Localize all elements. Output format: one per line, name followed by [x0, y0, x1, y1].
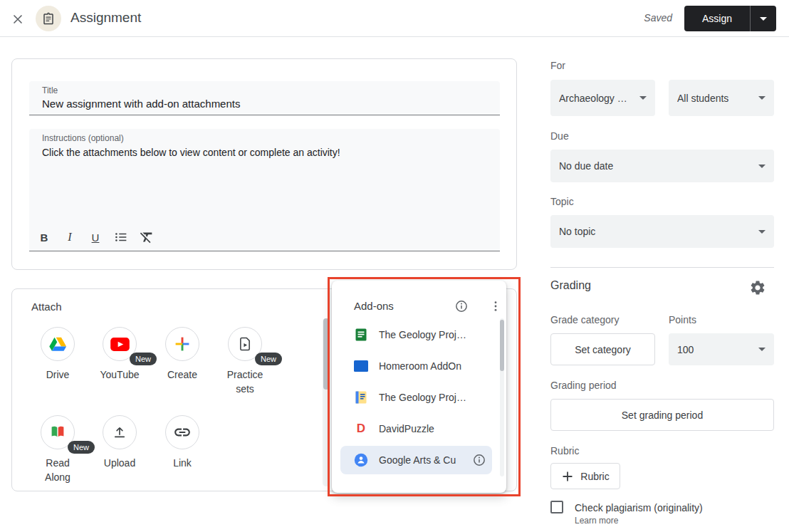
add-rubric-button[interactable]: Rubric	[550, 463, 620, 489]
geology-notebook-icon	[354, 391, 368, 404]
set-category-button[interactable]: Set category	[550, 333, 655, 365]
create-button[interactable]	[165, 327, 199, 361]
assignment-type-badge	[36, 6, 61, 31]
instructions-field[interactable]: Instructions (optional) Click the attach…	[29, 129, 500, 251]
read-along-button[interactable]: New	[41, 415, 75, 449]
drive-icon	[48, 335, 67, 353]
topic-label: Topic	[550, 196, 574, 207]
create-icon	[174, 335, 191, 353]
clear-formatting-icon	[139, 229, 155, 245]
drive-button[interactable]	[41, 327, 75, 361]
read-along-icon	[49, 424, 66, 441]
attach-option-read-along: New Read Along	[26, 415, 89, 484]
attach-option-label: Drive	[32, 367, 83, 382]
assignment-details-card: Title New assignment with add-on attachm…	[11, 58, 517, 270]
italic-button[interactable]: I	[58, 226, 81, 249]
attach-option-link: Link	[151, 415, 214, 470]
addon-label: Google Arts & Cu	[379, 454, 456, 466]
upload-icon	[112, 424, 127, 440]
addon-item-geology-2[interactable]: The Geology Proj…	[332, 382, 506, 413]
assignment-editor-window: Assignment Saved Assign Title New assign…	[0, 0, 789, 532]
title-field-label: Title	[29, 81, 500, 95]
addon-item-geology-1[interactable]: The Geology Proj…	[332, 319, 506, 350]
davidpuzzle-icon: D	[354, 422, 368, 436]
topbar: Assignment Saved Assign	[0, 0, 789, 37]
learn-more-link[interactable]: Learn more	[575, 516, 618, 526]
plagiarism-checkbox[interactable]	[550, 501, 563, 513]
gear-icon	[749, 279, 766, 296]
attach-option-label: Create	[157, 367, 208, 382]
addon-item-arts-culture[interactable]: Google Arts & Cu	[340, 446, 492, 474]
plus-icon	[561, 470, 574, 483]
attach-option-label: YouTube	[94, 367, 145, 382]
addons-popup-header: Add-ons	[332, 281, 506, 319]
set-grading-period-button[interactable]: Set grading period	[550, 399, 774, 431]
bold-button[interactable]: B	[33, 226, 56, 249]
addon-label: The Geology Proj…	[379, 329, 466, 340]
addons-heading: Add-ons	[354, 300, 394, 312]
add-rubric-button-label: Rubric	[580, 471, 609, 482]
addon-label: Homeroom AddOn	[379, 360, 461, 372]
youtube-icon	[110, 338, 130, 351]
addons-info-button[interactable]	[453, 298, 470, 315]
grading-settings-button[interactable]	[748, 278, 767, 297]
page-title: Assignment	[70, 10, 141, 26]
attach-option-drive: Drive	[26, 327, 89, 382]
underline-button[interactable]: U	[84, 226, 107, 249]
points-label: Points	[669, 314, 696, 325]
points-select-value: 100	[677, 344, 753, 355]
gallery-scrollbar[interactable]	[323, 318, 330, 486]
arts-culture-icon	[354, 453, 368, 467]
addon-list: The Geology Proj… Homeroom AddOn The Geo…	[332, 319, 506, 476]
homeroom-icon	[354, 360, 368, 372]
link-button[interactable]	[165, 415, 199, 449]
attach-heading: Attach	[31, 301, 62, 313]
class-select-value: Archaeology …	[559, 93, 634, 104]
grade-category-label: Grade category	[550, 314, 620, 325]
formatting-toolbar: B I U	[33, 226, 158, 249]
addons-overflow-menu-button[interactable]	[487, 298, 504, 315]
title-field[interactable]: Title New assignment with add-on attachm…	[29, 81, 500, 115]
class-select[interactable]: Archaeology …	[550, 80, 655, 116]
due-date-select[interactable]: No due date	[550, 150, 774, 182]
students-select-value: All students	[677, 93, 753, 104]
due-date-value: No due date	[559, 160, 753, 172]
gallery-scrollbar-thumb[interactable]	[323, 318, 329, 390]
addon-info-button[interactable]	[472, 453, 486, 467]
addon-label: The Geology Proj…	[379, 392, 466, 403]
chevron-down-icon	[758, 348, 766, 351]
topic-select-value: No topic	[559, 226, 753, 237]
addons-scrollbar-thumb[interactable]	[500, 320, 504, 371]
instructions-field-value: Click the attachments below to view cont…	[29, 143, 500, 158]
assign-button[interactable]: Assign	[684, 6, 750, 31]
points-select[interactable]: 100	[669, 333, 774, 365]
rubric-label: Rubric	[550, 445, 579, 457]
clear-formatting-button[interactable]	[135, 226, 158, 249]
chevron-down-icon	[760, 17, 767, 21]
students-select[interactable]: All students	[669, 80, 774, 116]
assign-dropdown-button[interactable]	[750, 6, 776, 31]
chevron-down-icon	[758, 230, 766, 234]
practice-sets-button[interactable]: New	[228, 327, 262, 361]
attach-option-label: Link	[157, 456, 208, 470]
close-button[interactable]	[9, 11, 26, 28]
save-status: Saved	[644, 12, 672, 24]
chevron-down-icon	[758, 165, 766, 168]
bulleted-list-icon	[113, 229, 129, 245]
topic-select[interactable]: No topic	[550, 215, 774, 248]
attach-option-upload: Upload	[88, 415, 151, 470]
grading-heading: Grading	[550, 279, 591, 292]
attach-option-label: Read Along	[32, 456, 83, 484]
bulleted-list-button[interactable]	[110, 226, 132, 249]
addon-item-homeroom[interactable]: Homeroom AddOn	[332, 350, 506, 382]
addons-scrollbar[interactable]	[500, 318, 504, 476]
attach-option-label: Upload	[94, 456, 145, 470]
due-label: Due	[550, 130, 569, 142]
geology-doc-icon	[354, 328, 368, 341]
assign-split-button: Assign	[684, 6, 776, 31]
upload-button[interactable]	[103, 415, 137, 449]
instructions-field-label: Instructions (optional)	[29, 129, 500, 143]
attach-option-youtube: New YouTube	[88, 327, 151, 382]
youtube-button[interactable]: New	[103, 327, 137, 361]
addon-item-davidpuzzle[interactable]: D DavidPuzzle	[332, 413, 506, 444]
